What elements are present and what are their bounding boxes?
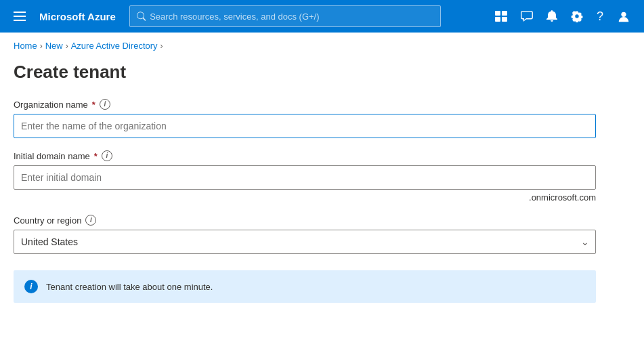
breadcrumb-sep-2: › xyxy=(66,41,68,51)
domain-input-wrapper: .onmicrosoft.com xyxy=(14,165,596,203)
feedback-button[interactable] xyxy=(515,7,538,26)
svg-rect-1 xyxy=(14,16,26,17)
domain-name-info-icon[interactable]: i xyxy=(102,150,112,161)
search-input[interactable] xyxy=(150,12,433,22)
brand-name: Microsoft Azure xyxy=(39,11,116,22)
org-name-group: Organization name * i xyxy=(14,99,596,138)
domain-suffix: .onmicrosoft.com xyxy=(14,192,596,203)
country-select-wrapper: United States United Kingdom Canada Aust… xyxy=(14,230,596,254)
notifications-button[interactable] xyxy=(541,6,563,26)
org-name-label: Organization name * i xyxy=(14,99,596,110)
help-button[interactable]: ? xyxy=(591,5,609,28)
country-select[interactable]: United States United Kingdom Canada Aust… xyxy=(14,230,596,254)
breadcrumb-home[interactable]: Home xyxy=(14,41,37,51)
create-tenant-form: Organization name * i Initial domain nam… xyxy=(14,99,596,303)
breadcrumb-new[interactable]: New xyxy=(45,41,63,51)
info-box: i Tenant creation will take about one mi… xyxy=(14,270,596,303)
org-name-info-icon[interactable]: i xyxy=(100,99,110,110)
info-box-message: Tenant creation will take about one minu… xyxy=(46,282,213,292)
account-button[interactable] xyxy=(611,5,636,27)
domain-name-required: * xyxy=(94,151,98,161)
svg-rect-2 xyxy=(14,20,26,21)
svg-rect-0 xyxy=(14,12,26,13)
main-content: Home › New › Azure Active Directory › Cr… xyxy=(0,33,644,357)
page-title: Create tenant xyxy=(14,62,630,83)
breadcrumb-sep-1: › xyxy=(40,41,43,51)
portal-menu-button[interactable] xyxy=(490,7,513,26)
search-icon xyxy=(137,12,146,21)
breadcrumb-sep-3: › xyxy=(160,41,163,51)
nav-icons: ? xyxy=(490,5,636,28)
domain-name-group: Initial domain name * i .onmicrosoft.com xyxy=(14,150,596,203)
svg-rect-6 xyxy=(502,17,507,22)
breadcrumb: Home › New › Azure Active Directory › xyxy=(14,33,630,56)
country-label: Country or region i xyxy=(14,215,596,226)
domain-name-input[interactable] xyxy=(14,165,596,190)
hamburger-button[interactable] xyxy=(8,7,31,25)
svg-rect-5 xyxy=(495,17,500,22)
org-name-required: * xyxy=(92,100,95,110)
breadcrumb-aad[interactable]: Azure Active Directory xyxy=(71,41,158,51)
svg-rect-3 xyxy=(495,11,500,16)
org-name-input[interactable] xyxy=(14,114,596,138)
domain-name-label: Initial domain name * i xyxy=(14,150,596,161)
search-box[interactable] xyxy=(129,5,441,27)
country-info-icon[interactable]: i xyxy=(85,215,96,226)
country-group: Country or region i United States United… xyxy=(14,215,596,254)
svg-point-7 xyxy=(621,12,626,17)
settings-button[interactable] xyxy=(565,6,588,26)
top-navigation: Microsoft Azure ? xyxy=(0,0,644,33)
svg-rect-4 xyxy=(502,11,507,16)
info-box-icon: i xyxy=(24,280,38,293)
